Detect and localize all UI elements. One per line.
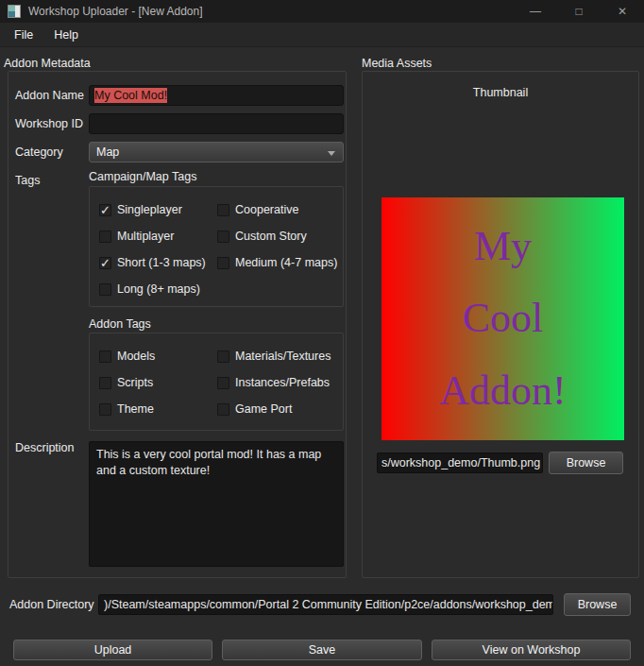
save-button[interactable]: Save	[222, 640, 422, 660]
checkbox-item[interactable]: Scripts	[99, 376, 217, 389]
thumbnail-image: My Cool Addon!	[381, 197, 624, 440]
thumbnail-text-line: Cool	[463, 298, 544, 339]
unchecked-checkbox[interactable]	[217, 403, 229, 416]
menu-help[interactable]: Help	[45, 26, 87, 44]
checked-checkbox[interactable]: ✓	[99, 257, 111, 269]
checkbox-label: Short (1-3 maps)	[117, 256, 206, 269]
unchecked-checkbox[interactable]	[217, 377, 229, 389]
category-label: Category	[15, 142, 63, 162]
checkbox-label: Custom Story	[235, 230, 307, 243]
workshop-id-label: Workshop ID	[15, 113, 83, 134]
checkbox-item[interactable]: Theme	[99, 402, 217, 416]
menu-file[interactable]: File	[6, 26, 42, 44]
checkbox-label: Models	[117, 350, 155, 363]
thumbnail-caption: Thumbnail	[363, 86, 638, 99]
checkbox-item[interactable]: Models	[99, 350, 217, 363]
checkbox-label: Singleplayer	[117, 203, 182, 216]
checkbox-label: Medium (4-7 maps)	[235, 256, 337, 269]
maximize-icon[interactable]: □	[557, 0, 601, 23]
unchecked-checkbox[interactable]	[217, 350, 229, 363]
upload-button[interactable]: Upload	[13, 640, 212, 660]
description-label: Description	[15, 437, 75, 458]
checkbox-item[interactable]: ✓Short (1-3 maps)	[99, 256, 217, 269]
window-title: Workshop Uploader - [New Addon]	[28, 5, 203, 18]
menu-bar: File Help	[0, 23, 644, 47]
thumbnail-text-line: Addon!	[439, 370, 566, 412]
chevron-down-icon	[328, 151, 335, 156]
checkbox-item[interactable]: Long (8+ maps)	[99, 282, 217, 296]
checkbox-item[interactable]: Game Port	[217, 402, 343, 416]
addon-metadata-group: Addon Name My Cool Mod! Workshop ID Cate…	[8, 71, 347, 578]
checkbox-label: Long (8+ maps)	[117, 282, 200, 296]
unchecked-checkbox[interactable]	[99, 283, 111, 296]
checkbox-label: Multiplayer	[117, 230, 174, 243]
checkbox-item[interactable]: Materials/Textures	[217, 350, 343, 363]
checkbox-item[interactable]: ✓Singleplayer	[99, 203, 217, 216]
workshop-id-input[interactable]	[89, 113, 344, 134]
checkbox-item[interactable]: Medium (4-7 maps)	[217, 256, 343, 269]
checkbox-item[interactable]: Instances/Prefabs	[217, 376, 343, 389]
media-assets-section-title: Media Assets	[362, 57, 432, 70]
addon-tags-group: ModelsMaterials/TexturesScriptsInstances…	[89, 333, 344, 431]
workshop-uploader-window: Workshop Uploader - [New Addon] — □ ✕ Fi…	[0, 0, 644, 666]
view-on-workshop-button[interactable]: View on Workshop	[432, 640, 631, 660]
checkbox-label: Theme	[117, 402, 154, 416]
unchecked-checkbox[interactable]	[99, 231, 111, 243]
app-icon	[8, 5, 21, 18]
addon-directory-input[interactable]: )/Steam/steamapps/common/Portal 2 Commun…	[98, 594, 553, 615]
checked-checkbox[interactable]: ✓	[99, 204, 111, 216]
media-assets-group: Thumbnail My Cool Addon! s/workshop_demo…	[362, 71, 639, 578]
unchecked-checkbox[interactable]	[99, 377, 111, 389]
description-textarea[interactable]: This is a very cool portal mod! It has a…	[89, 441, 344, 567]
thumbnail-path-input[interactable]: s/workshop_demo/Thumb.png	[377, 453, 543, 473]
addon-metadata-section-title: Addon Metadata	[4, 57, 91, 70]
thumbnail-browse-button[interactable]: Browse	[549, 452, 623, 474]
addon-name-input[interactable]: My Cool Mod!	[89, 85, 344, 106]
unchecked-checkbox[interactable]	[217, 257, 229, 269]
window-controls: — □ ✕	[514, 0, 644, 23]
unchecked-checkbox[interactable]	[217, 204, 229, 216]
tags-label: Tags	[15, 170, 40, 191]
checkbox-label: Instances/Prefabs	[235, 376, 330, 389]
addon-name-label: Addon Name	[15, 85, 84, 106]
addon-tags-grid: ModelsMaterials/TexturesScriptsInstances…	[90, 333, 343, 422]
unchecked-checkbox[interactable]	[217, 231, 229, 243]
campaign-tags-grid: ✓SingleplayerCooperativeMultiplayerCusto…	[90, 187, 343, 302]
close-icon[interactable]: ✕	[601, 0, 644, 23]
unchecked-checkbox[interactable]	[99, 350, 111, 363]
addon-name-selected-text: My Cool Mod!	[94, 88, 167, 103]
campaign-tags-title: Campaign/Map Tags	[89, 170, 196, 183]
checkbox-label: Scripts	[117, 376, 153, 389]
checkbox-label: Game Port	[235, 402, 292, 416]
category-dropdown[interactable]: Map	[89, 142, 344, 162]
campaign-tags-group: ✓SingleplayerCooperativeMultiplayerCusto…	[89, 186, 344, 307]
minimize-icon[interactable]: —	[514, 0, 557, 23]
checkbox-item[interactable]: Custom Story	[217, 230, 343, 243]
category-value: Map	[96, 145, 119, 159]
title-bar[interactable]: Workshop Uploader - [New Addon] — □ ✕	[0, 0, 644, 23]
addon-directory-browse-button[interactable]: Browse	[564, 593, 631, 616]
addon-directory-label: Addon Directory	[9, 594, 94, 615]
checkbox-label: Cooperative	[235, 203, 298, 216]
thumbnail-text-line: My	[474, 226, 532, 267]
checkbox-item[interactable]: Multiplayer	[99, 230, 217, 243]
checkbox-item[interactable]: Cooperative	[217, 203, 343, 216]
unchecked-checkbox[interactable]	[99, 403, 111, 416]
checkbox-label: Materials/Textures	[235, 350, 330, 363]
addon-tags-title: Addon Tags	[89, 317, 151, 331]
